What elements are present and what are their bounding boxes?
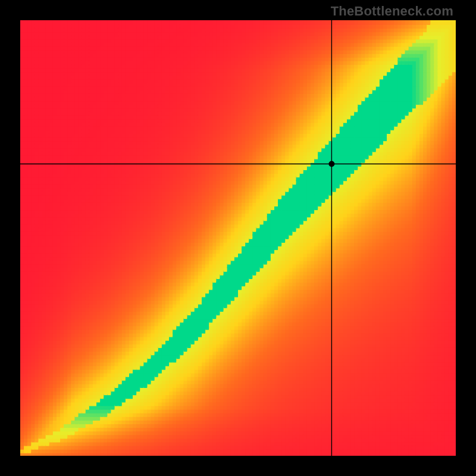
watermark-text: TheBottleneck.com <box>331 4 453 19</box>
plot-area <box>20 20 456 456</box>
heatmap-canvas <box>20 20 456 456</box>
chart-frame: TheBottleneck.com <box>0 0 476 476</box>
